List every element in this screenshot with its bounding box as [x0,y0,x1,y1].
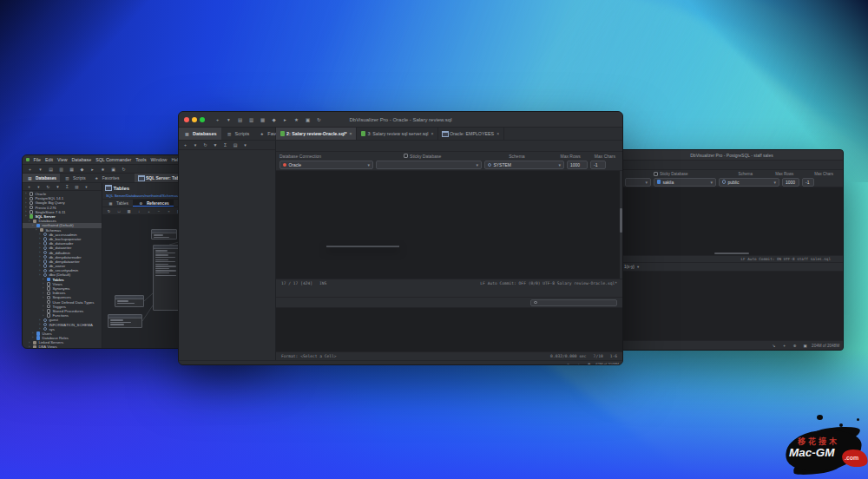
er-table-box[interactable] [115,295,144,307]
editor-tab-oracle-employees[interactable]: Oracle: EMPLOYEES× [438,128,504,140]
connect-icon[interactable]: ◆ [78,165,86,173]
save-icon[interactable]: ▦ [68,165,76,173]
zoom-in-icon[interactable]: + [145,207,153,215]
chevron-down-icon[interactable]: ▾ [35,183,43,191]
close-button[interactable] [184,117,189,122]
add-icon[interactable]: + [181,141,189,149]
chevron-down-icon[interactable]: ▾ [82,183,90,191]
tab-databases[interactable]: ▤Databases [23,174,60,182]
er-table-box[interactable] [108,314,142,328]
target-icon[interactable]: ⊕ [791,342,799,350]
chevron-down-icon[interactable]: ▾ [635,263,642,271]
connection-dropdown[interactable]: Oracle ▾ [279,161,373,169]
schema-dropdown[interactable]: SYSTEM ▾ [484,161,564,169]
menu-file[interactable]: File [33,157,41,162]
copy-icon[interactable]: ▤ [236,115,244,123]
grid-icon[interactable]: ▦ [125,207,133,215]
window-oracle-salary-review[interactable]: +▾▤▥▦◆▸★▣↻ DbVisualizer Pro - Oracle - S… [178,111,623,365]
sticky-database-checkbox[interactable] [404,154,408,158]
refresh-icon[interactable]: ↻ [201,141,209,149]
maximize-button[interactable] [200,117,205,122]
star-icon[interactable]: ★ [293,115,300,123]
close-icon[interactable]: × [496,131,499,136]
sql-editor[interactable] [621,187,843,252]
menu-tools[interactable]: Tools [135,157,146,162]
add-icon[interactable]: + [25,183,33,191]
add-icon[interactable]: + [26,165,34,173]
sql-editor[interactable] [276,171,622,279]
monitor-icon[interactable]: ▣ [304,115,312,123]
filter-icon[interactable]: ▼ [212,141,220,149]
h-scrollbar[interactable] [621,252,843,255]
chevron-down-icon[interactable]: ▾ [36,165,44,173]
v-scrollbar[interactable] [620,171,622,279]
tree-item-dba-views[interactable]: ›DBA Views [23,344,102,349]
pen-icon[interactable]: ▸ [281,115,289,123]
tab-favorites[interactable]: ★Favorites [89,174,123,182]
sort-icon[interactable]: Σ [221,141,229,149]
memory-indicator[interactable]: 204M of 2048M [812,344,839,348]
close-icon[interactable]: × [431,131,433,136]
max-rows-field[interactable]: 1000 [782,178,799,187]
editor-tab-3-salary-review-sql-server-sql[interactable]: 3: Salary review sql server.sql× [357,128,438,140]
resize-icon[interactable]: ↘ [564,360,572,366]
search-field[interactable] [539,300,608,305]
duplicate-icon[interactable]: ▥ [57,165,65,173]
pen-icon[interactable]: ▸ [89,165,96,173]
result-grid[interactable] [276,308,622,351]
sticky-database-checkbox[interactable] [654,172,658,176]
plus-icon[interactable]: + [575,360,582,366]
menu-edit[interactable]: Edit [45,157,53,162]
menu-window[interactable]: Window [151,157,168,162]
menu-sql-commander[interactable]: SQL Commander [95,157,131,162]
max-chars-field[interactable]: -1 [802,178,814,187]
max-chars-field[interactable]: -1 [590,161,606,169]
schema-dropdown[interactable]: public ▾ [719,178,779,187]
memory-indicator[interactable]: 62M of 2048M [595,362,619,366]
chart-tab[interactable]: 1(x-y) [624,265,635,269]
er-table-box[interactable] [151,229,177,240]
tab-databases[interactable]: ▤Databases [179,128,221,140]
chart-panel[interactable] [621,272,843,327]
star-icon[interactable]: ★ [99,165,107,173]
database-dropdown[interactable]: ▾ [376,161,482,169]
window-postgresql-staff-sales[interactable]: DbVisualizer Pro - PostgreSQL - staff sa… [620,149,844,351]
layout-icon[interactable]: ▤ [232,141,240,149]
zoom-out-icon[interactable]: − [155,207,163,215]
refresh-icon[interactable]: ↻ [315,115,323,123]
chevron-down-icon[interactable]: ▾ [225,115,233,123]
close-icon[interactable]: × [350,131,352,136]
monitor-icon[interactable]: ▣ [109,165,117,173]
add-icon[interactable]: + [214,115,221,123]
database-dropdown[interactable]: sakila ▾ [654,178,716,187]
connect-icon[interactable]: ◆ [270,115,278,123]
layout-icon[interactable]: ▤ [73,183,81,191]
subtab-references[interactable]: ⚙References [133,200,174,207]
trash-icon[interactable]: ▣ [801,342,809,350]
refresh-icon[interactable]: ↻ [105,207,113,215]
minimize-button[interactable] [192,117,197,122]
filter-icon[interactable]: ▼ [54,183,62,191]
fit-icon[interactable]: × [165,207,173,215]
target-icon[interactable]: ⊕ [585,360,593,366]
copy-icon[interactable]: ▤ [47,165,55,173]
menu-view[interactable]: View [57,157,67,162]
connection-dropdown[interactable]: ▾ [625,178,651,187]
sort-icon[interactable]: Σ [63,183,71,191]
refresh-icon[interactable]: ↻ [120,165,128,173]
tab-scripts[interactable]: ▥Scripts [221,128,254,140]
chevron-down-icon[interactable]: ▾ [192,141,200,149]
resize-icon[interactable]: ↘ [770,342,778,350]
menu-database[interactable]: Database [71,157,91,162]
duplicate-icon[interactable]: ▥ [247,115,255,123]
editor-tab-2-salary-review-oracle-sql[interactable]: 2: Salary review-Oracle.sql*× [276,128,357,140]
refresh-icon[interactable]: ↻ [44,183,52,191]
save-icon[interactable]: ▦ [259,115,266,123]
export-icon[interactable]: ↓ [135,207,143,215]
subtab-tables[interactable]: ▦Tables [102,200,133,207]
grid-search-input[interactable] [530,299,617,306]
tab-scripts[interactable]: ▥Scripts [60,174,89,182]
pause-icon[interactable]: □ [115,207,123,215]
plus-icon[interactable]: + [780,342,788,350]
chevron-down-icon[interactable]: ▾ [241,141,249,149]
